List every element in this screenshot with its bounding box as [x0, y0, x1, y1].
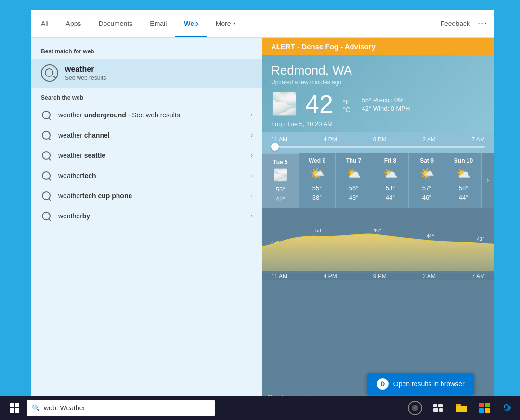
day-name: Sat 9 — [413, 157, 441, 164]
cortana-icon[interactable] — [406, 399, 424, 417]
weather-main: Redmond, WA Updated a few minutes ago 🌫️… — [262, 55, 494, 132]
svg-text:53°: 53° — [315, 228, 324, 233]
temp-row: 🌫️ 42 °F °C 55° Precip: 0% 42° Wind: 0 M… — [271, 91, 485, 116]
weather-updated: Updated a few minutes ago — [271, 79, 485, 86]
day-name: Fri 8 — [376, 157, 404, 164]
svg-text:47°: 47° — [271, 240, 279, 245]
file-explorer-icon — [456, 404, 467, 412]
day-name: Tue 5 — [266, 159, 295, 165]
best-match-item[interactable]: weather See web results — [31, 59, 262, 88]
day-card[interactable]: Sun 10 ⛅ 58°44° — [445, 153, 482, 208]
chevron-right-icon: › — [251, 112, 253, 118]
taskbar-search-text[interactable]: web: Weather — [44, 404, 85, 412]
start-button[interactable] — [4, 397, 25, 419]
open-browser-label: Open results in browser — [393, 380, 465, 388]
chevron-right-icon: › — [251, 192, 253, 199]
day-temps: 55°42° — [266, 185, 295, 204]
task-view-icon — [433, 404, 443, 412]
suggestion-item[interactable]: weathertech› — [31, 165, 262, 186]
suggestions-list: weather underground - See web results›we… — [31, 105, 262, 226]
tab-bar-right: Feedback ··· — [441, 18, 488, 28]
day-icon: ⛅ — [449, 167, 478, 180]
weather-condition-icon: 🌫️ — [271, 91, 298, 116]
tab-more[interactable]: More ▾ — [207, 10, 244, 37]
chevron-right-icon: › — [251, 152, 253, 159]
day-icon: ⛅ — [376, 167, 404, 180]
search-icon — [41, 170, 52, 181]
content-area: Best match for web weather See web resul… — [31, 38, 494, 404]
day-card[interactable]: Wed 6 🌤️ 55°38° — [299, 153, 336, 208]
high-temp: 55° Precip: 0% — [362, 96, 410, 103]
feedback-button[interactable]: Feedback — [441, 20, 470, 27]
condition-time: Fog · Tue 5, 10:20 AM — [271, 120, 485, 127]
tab-apps[interactable]: Apps — [57, 10, 90, 37]
svg-rect-5 — [433, 404, 437, 407]
cortana-circle — [408, 401, 422, 415]
svg-rect-11 — [485, 403, 490, 407]
weather-location: Redmond, WA — [271, 63, 485, 78]
day-temps: 58°44° — [449, 183, 478, 202]
day-icon: 🌫️ — [266, 168, 295, 182]
task-view-button[interactable] — [429, 399, 447, 417]
search-icon — [41, 150, 52, 161]
temp-details: 55° Precip: 0% 42° Wind: 0 MPH — [362, 96, 410, 112]
day-card[interactable]: Tue 5 🌫️ 55°42° — [262, 153, 299, 208]
suggestion-text: weather channel — [58, 131, 244, 140]
svg-rect-7 — [433, 408, 438, 412]
svg-rect-10 — [479, 403, 484, 407]
taskbar: 🔍 web: Weather — [0, 396, 520, 420]
store-button[interactable] — [476, 399, 493, 417]
hourly-slider[interactable] — [271, 146, 485, 148]
file-explorer-button[interactable] — [453, 399, 470, 417]
suggestion-item[interactable]: weather underground - See web results› — [31, 105, 262, 125]
store-icon — [479, 403, 490, 413]
windows-logo — [10, 403, 19, 413]
suggestion-item[interactable]: weather seattle› — [31, 145, 262, 165]
edge-icon — [502, 403, 513, 413]
day-card[interactable]: Thu 7 ⛅ 56°43° — [336, 153, 372, 208]
edge-button[interactable] — [499, 399, 516, 417]
search-icon — [41, 64, 58, 82]
more-options-button[interactable]: ··· — [478, 18, 488, 28]
day-name: Sun 10 — [449, 157, 478, 164]
suggestion-item[interactable]: weatherby› — [31, 206, 262, 226]
best-match-subtitle: See web results — [65, 75, 106, 81]
best-match-title: weather — [65, 65, 106, 74]
day-card[interactable]: Sat 9 🌤️ 57°46° — [409, 153, 445, 208]
svg-rect-8 — [439, 408, 443, 412]
tab-web[interactable]: Web — [175, 10, 207, 37]
open-browser-button[interactable]: b Open results in browser — [367, 373, 474, 395]
suggestion-text: weatherby — [58, 212, 244, 220]
tab-bar: All Apps Documents Email Web More ▾ Feed… — [31, 10, 494, 38]
suggestion-text: weathertech cup phone — [58, 191, 244, 200]
tab-email[interactable]: Email — [141, 10, 175, 37]
temperature-value: 42 — [305, 91, 333, 116]
slider-thumb[interactable] — [271, 143, 279, 151]
day-icon: 🌤️ — [413, 167, 441, 180]
search-icon — [41, 110, 52, 120]
day-card[interactable]: Fri 8 ⛅ 58°44° — [372, 153, 409, 208]
low-temp: 42° Wind: 0 MPH — [362, 105, 410, 112]
forecast-next-icon[interactable]: › — [482, 153, 494, 208]
chevron-right-icon: › — [251, 132, 253, 139]
suggestion-item[interactable]: weathertech cup phone› — [31, 186, 262, 206]
time-labels: 11 AM 4 PM 9 PM 2 AM 7 AM — [271, 136, 485, 143]
hourly-bar: 11 AM 4 PM 9 PM 2 AM 7 AM — [262, 132, 494, 153]
temp-unit: °F °C — [343, 98, 351, 114]
suggestion-item[interactable]: weather channel› — [31, 125, 262, 145]
day-temps: 57°46° — [413, 183, 441, 202]
svg-rect-12 — [479, 408, 484, 413]
day-name: Wed 6 — [303, 157, 331, 164]
cortana-inner — [412, 405, 418, 411]
tab-all[interactable]: All — [37, 10, 57, 37]
tab-documents[interactable]: Documents — [90, 10, 141, 37]
taskbar-search-bar[interactable]: 🔍 web: Weather — [27, 400, 215, 416]
left-panel: Best match for web weather See web resul… — [31, 38, 262, 404]
search-icon — [41, 211, 52, 221]
chart-time-labels: 11 AM 4 PM 9 PM 2 AM 7 AM — [262, 273, 494, 280]
search-web-label: Search the web — [31, 88, 262, 105]
svg-rect-9 — [456, 406, 467, 412]
suggestion-text: weather seattle — [58, 151, 244, 160]
best-match-label: Best match for web — [31, 45, 262, 59]
temperature-chart-svg: 47° 53° 46° 44° 43° — [262, 208, 494, 271]
